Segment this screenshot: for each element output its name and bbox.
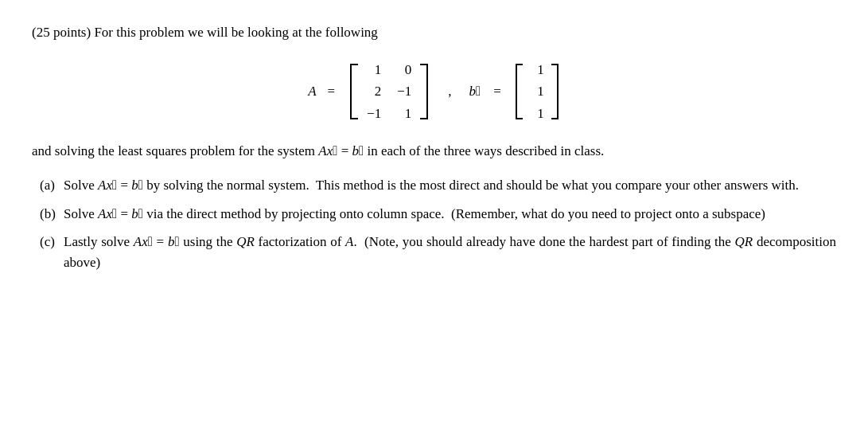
equals-sign-A: = <box>328 81 336 102</box>
cell-b-2: 1 <box>530 104 544 123</box>
cell-A-11: −1 <box>397 82 411 101</box>
part-b-content: Solve Ax⃗ = b⃗ via the direct method by … <box>64 204 836 225</box>
cell-A-21: 1 <box>397 104 411 123</box>
matrix-display: A = 1 2 −1 0 −1 1 <box>32 57 836 127</box>
cell-A-01: 0 <box>397 61 411 80</box>
comma: , <box>448 81 451 102</box>
equals-sign-b: = <box>493 81 501 102</box>
matrix-A-col1: 1 2 −1 <box>367 61 381 123</box>
left-bracket-b <box>514 63 525 120</box>
matrix-A-label: A <box>308 81 316 102</box>
parts-list: (a) Solve Ax⃗ = b⃗ by solving the normal… <box>40 175 836 272</box>
vector-b-label: b⃗ <box>469 81 481 102</box>
matrix-A-bracket: 1 2 −1 0 −1 1 <box>348 57 430 127</box>
part-a-label: (a) <box>40 175 64 196</box>
vector-b-values: 1 1 1 <box>527 57 547 127</box>
cell-A-00: 1 <box>367 61 381 80</box>
matrix-equation: A = 1 2 −1 0 −1 1 <box>308 57 560 127</box>
part-a-content: Solve Ax⃗ = b⃗ by solving the normal sys… <box>64 175 836 196</box>
part-c: (c) Lastly solve Ax⃗ = b⃗ using the QR f… <box>40 232 836 272</box>
matrix-A-col2: 0 −1 1 <box>397 61 411 123</box>
cell-A-20: −1 <box>367 104 381 123</box>
matrix-A-values: 1 2 −1 0 −1 1 <box>362 57 416 127</box>
part-a: (a) Solve Ax⃗ = b⃗ by solving the normal… <box>40 175 836 196</box>
intro-text: (25 points) For this problem we will be … <box>32 22 836 43</box>
vector-b-bracket: 1 1 1 <box>514 57 560 127</box>
vector-b-col: 1 1 1 <box>530 61 544 123</box>
problem-container: (25 points) For this problem we will be … <box>32 22 836 272</box>
part-c-content: Lastly solve Ax⃗ = b⃗ using the QR facto… <box>64 232 836 272</box>
cell-b-0: 1 <box>530 61 544 80</box>
and-solving-paragraph: and solving the least squares problem fo… <box>32 141 836 162</box>
left-bracket-A <box>348 63 360 120</box>
right-bracket-A <box>418 63 430 120</box>
part-c-label: (c) <box>40 232 64 252</box>
cell-A-10: 2 <box>367 82 381 101</box>
cell-b-1: 1 <box>530 82 544 101</box>
right-bracket-b <box>549 63 560 120</box>
part-b: (b) Solve Ax⃗ = b⃗ via the direct method… <box>40 204 836 225</box>
part-b-label: (b) <box>40 204 64 225</box>
header-text: (25 points) For this problem we will be … <box>32 25 378 40</box>
